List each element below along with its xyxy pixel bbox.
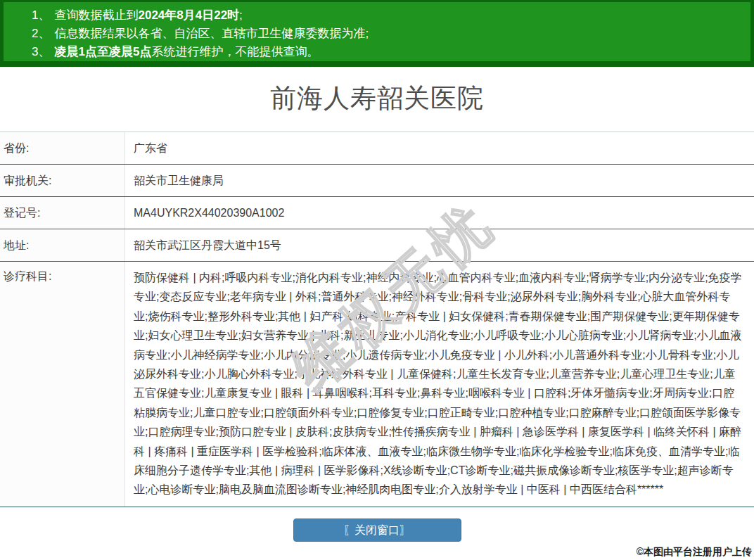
- hospital-info-table: 省份: 广东省 审批机关: 韶关市卫生健康局 登记号: MA4UYKR2X440…: [0, 131, 754, 507]
- row-value: MA4UYKR2X44020390A1002: [125, 197, 754, 229]
- close-window-button[interactable]: 〖关闭窗口〗: [293, 518, 461, 542]
- notice-text: ;: [239, 8, 243, 22]
- notice-text-bold: 凌晨1点至凌晨5点: [54, 45, 151, 58]
- notice-text-bold: 2024年8月4日22时: [138, 8, 239, 22]
- row-value: 预防保健科 | 内科;呼吸内科专业;消化内科专业;神经内科专业;心血管内科专业;…: [125, 262, 754, 507]
- notice-text: 系统进行维护，不能提供查询。: [151, 45, 319, 58]
- notice-number: 1、: [32, 8, 50, 22]
- row-value: 广东省: [125, 132, 754, 164]
- row-label: 审批机关:: [0, 165, 125, 196]
- notice-text: 查询数据截止到: [54, 8, 138, 22]
- row-label: 地址:: [0, 229, 125, 261]
- table-row-province: 省份: 广东省: [0, 132, 754, 165]
- page-title: 前海人寿韶关医院: [0, 82, 754, 115]
- button-container: 〖关闭窗口〗: [0, 518, 754, 542]
- notice-line-2: 2、信息数据结果以各省、自治区、直辖市卫生健康委数据为准;: [32, 25, 750, 43]
- page: 1、查询数据截止到2024年8月4日22时; 2、信息数据结果以各省、自治区、直…: [0, 0, 754, 560]
- notice-line-1: 1、查询数据截止到2024年8月4日22时;: [32, 6, 750, 25]
- table-row-registration-number: 登记号: MA4UYKR2X44020390A1002: [0, 197, 754, 229]
- table-row-address: 地址: 韶关市武江区丹霞大道中15号: [0, 229, 754, 262]
- notice-banner: 1、查询数据截止到2024年8月4日22时; 2、信息数据结果以各省、自治区、直…: [0, 0, 754, 67]
- row-label: 诊疗科目:: [0, 262, 125, 507]
- copyright-watermark: ©本图由平台注册用户上传: [637, 546, 752, 559]
- table-row-approval-authority: 审批机关: 韶关市卫生健康局: [0, 165, 754, 197]
- notice-number: 2、: [32, 27, 50, 40]
- notice-number: 3、: [32, 45, 50, 58]
- row-value: 韶关市武江区丹霞大道中15号: [125, 229, 754, 261]
- notice-text: 信息数据结果以各省、自治区、直辖市卫生健康委数据为准;: [54, 27, 369, 40]
- notice-line-3: 3、凌晨1点至凌晨5点系统进行维护，不能提供查询。: [32, 43, 750, 61]
- table-row-medical-departments: 诊疗科目: 预防保健科 | 内科;呼吸内科专业;消化内科专业;神经内科专业;心血…: [0, 262, 754, 507]
- row-label: 省份:: [0, 132, 125, 164]
- row-label: 登记号:: [0, 197, 125, 229]
- row-value: 韶关市卫生健康局: [125, 165, 754, 196]
